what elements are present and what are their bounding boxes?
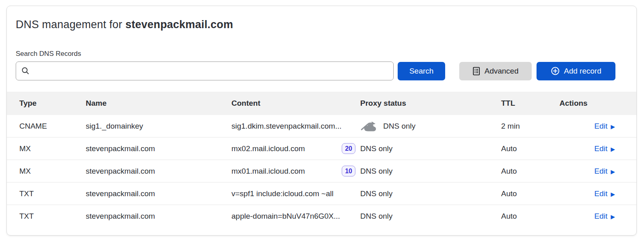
edit-arrow-icon: ▶ [611,124,615,129]
dns-only-cloud-icon [360,121,378,132]
actions-cell: Edit▶ [559,144,615,153]
header-proxy-status: Proxy status [360,99,501,108]
header-name: Name [86,99,231,108]
record-type-cell: MX [19,144,86,153]
record-content-cell: mx02.mail.icloud.com 20 [231,143,360,154]
record-content-cell: apple-domain=bNuV47n6G0X... [231,212,360,221]
search-input[interactable] [16,62,394,80]
edit-arrow-icon: ▶ [611,214,615,219]
ttl-cell: Auto [501,167,559,176]
proxy-status-cell: DNS only [360,121,501,132]
edit-link-label: Edit [594,144,607,153]
record-type-cell: TXT [19,212,86,221]
record-content-text: v=spf1 include:icloud.com ~all [231,189,333,198]
edit-arrow-icon: ▶ [611,169,615,174]
proxy-status-text: DNS only [383,122,415,131]
dns-management-card: DNS management for stevenpackmail.com Se… [6,6,637,236]
edit-link-label: Edit [594,122,607,131]
plus-circle-icon [551,66,560,76]
proxy-status-text: DNS only [360,189,392,198]
edit-arrow-icon: ▶ [611,146,615,152]
record-name-cell: sig1._domainkey [86,122,231,131]
record-type-cell: TXT [19,189,86,198]
proxy-status-cell: DNS only [360,212,501,221]
record-name-cell: stevenpackmail.com [86,212,231,221]
edit-link-label: Edit [594,167,607,176]
header-actions: Actions [559,99,615,108]
ttl-cell: Auto [501,189,559,198]
header-type: Type [19,99,86,108]
edit-link-label: Edit [594,212,607,221]
actions-cell: Edit▶ [559,167,615,176]
add-record-button[interactable]: Add record [537,62,615,80]
priority-badge: 10 [342,166,355,176]
table-body: CNAME sig1._domainkey sig1.dkim.stevenpa… [7,115,636,228]
record-content-text: mx01.mail.icloud.com [231,167,305,176]
page-title-prefix: DNS management for [16,18,125,31]
record-name-cell: stevenpackmail.com [86,144,231,153]
proxy-status-cell: DNS only [360,144,501,153]
header-ttl: TTL [501,99,559,108]
ttl-cell: Auto [501,212,559,221]
page-title-domain: stevenpackmail.com [125,18,233,31]
advanced-button[interactable]: Advanced [459,62,532,80]
ttl-cell: 2 min [501,122,559,131]
priority-badge: 20 [342,143,355,154]
edit-link[interactable]: Edit▶ [594,212,615,221]
record-content-cell: sig1.dkim.stevenpackmail.com... [231,122,360,131]
table-row: MX stevenpackmail.com mx01.mail.icloud.c… [7,160,636,183]
proxy-status-text: DNS only [360,212,392,221]
dns-records-table: Type Name Content Proxy status TTL Actio… [7,92,636,228]
actions-cell: Edit▶ [559,122,615,131]
record-content-cell: mx01.mail.icloud.com 10 [231,166,360,176]
page-title: DNS management for stevenpackmail.com [16,18,627,31]
record-name-cell: stevenpackmail.com [86,189,231,198]
record-type-cell: CNAME [19,122,86,131]
table-row: TXT stevenpackmail.com v=spf1 include:ic… [7,183,636,205]
proxy-status-cell: DNS only [360,189,501,198]
edit-link[interactable]: Edit▶ [594,167,615,176]
list-document-icon [473,67,481,76]
record-content-cell: v=spf1 include:icloud.com ~all [231,189,360,198]
record-content-text: mx02.mail.icloud.com [231,144,305,153]
proxy-status-cell: DNS only [360,167,501,176]
edit-link[interactable]: Edit▶ [594,189,615,198]
ttl-cell: Auto [501,144,559,153]
search-toolbar: Search Advanced [16,62,627,80]
record-content-text: apple-domain=bNuV47n6G0X... [231,212,340,221]
search-box [16,62,394,80]
record-content-text: sig1.dkim.stevenpackmail.com... [231,122,342,131]
table-row: TXT stevenpackmail.com apple-domain=bNuV… [7,205,636,228]
table-row: MX stevenpackmail.com mx02.mail.icloud.c… [7,137,636,160]
edit-arrow-icon: ▶ [611,191,615,197]
record-type-cell: MX [19,167,86,176]
record-name-cell: stevenpackmail.com [86,167,231,176]
header-content: Content [231,99,360,108]
edit-link[interactable]: Edit▶ [594,144,615,153]
edit-link-label: Edit [594,189,607,198]
add-record-label: Add record [564,67,601,76]
table-header-row: Type Name Content Proxy status TTL Actio… [7,92,636,115]
edit-link[interactable]: Edit▶ [594,122,615,131]
actions-cell: Edit▶ [559,212,615,221]
search-label: Search DNS Records [16,50,627,58]
actions-cell: Edit▶ [559,189,615,198]
search-button[interactable]: Search [398,62,445,80]
proxy-status-text: DNS only [360,167,392,176]
advanced-button-label: Advanced [485,67,519,76]
proxy-status-text: DNS only [360,144,392,153]
table-row: CNAME sig1._domainkey sig1.dkim.stevenpa… [7,115,636,137]
